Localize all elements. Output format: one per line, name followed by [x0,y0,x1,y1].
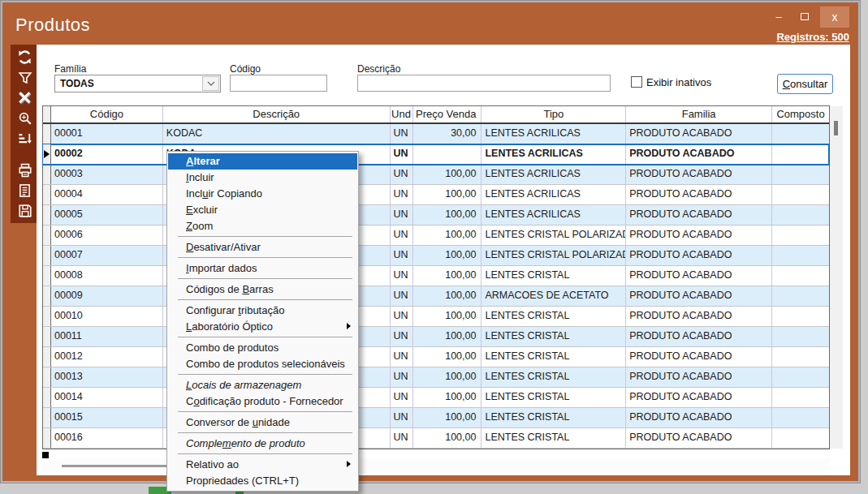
menu-item-desativar-ativar[interactable]: Desativar/Ativar [167,239,358,256]
menu-item-codificacao-fornecedor[interactable]: Codificação produto - Fornecedor [167,393,358,410]
column-header-familia[interactable]: Familia [626,106,772,122]
filter-icon[interactable] [11,67,39,88]
table-row[interactable]: 00008ORMUN100,00LENTES CRISTALPRODUTO AC… [43,266,829,286]
cell-familia[interactable]: PRODUTO ACABADO [626,286,772,306]
cell-familia[interactable]: PRODUTO ACABADO [626,226,772,245]
cell-composto[interactable] [772,205,829,225]
table-row[interactable]: 00010ORMUN100,00LENTES CRISTALPRODUTO AC… [43,307,829,327]
cell-familia[interactable]: PRODUTO ACABADO [626,246,772,265]
row-selector-cell[interactable] [43,428,51,448]
cell-preco[interactable]: 100,00 [413,367,482,387]
cell-composto[interactable] [772,347,829,367]
table-row[interactable]: 00014ORMUN100,00LENTES CRISTALPRODUTO AC… [43,388,829,408]
menu-item-relativo-ao[interactable]: Relativo ao [167,457,358,473]
menu-item-importar-dados[interactable]: Importar dados [167,260,358,277]
row-selector-cell[interactable] [43,205,51,225]
exibir-inativos-checkbox[interactable] [631,76,642,88]
menu-item-conversor-unidade[interactable]: Conversor de unidade [167,415,358,431]
cell-composto[interactable] [772,266,829,286]
horizontal-scrollbar[interactable] [42,458,830,474]
table-row[interactable]: 00001KODACUN30,00LENTES ACRILICASPRODUTO… [43,124,829,144]
familia-dropdown[interactable]: TODAS [54,75,221,92]
cell-composto[interactable] [772,367,829,387]
cell-tipo[interactable]: LENTES CRISTAL POLARIZADAS [482,226,626,245]
menu-item-alterar[interactable]: Alterar [168,153,357,170]
row-selector-cell[interactable] [43,327,51,346]
table-row[interactable]: 00009ORMUN100,00ARMACOES DE ACETATOPRODU… [43,286,829,307]
print-icon[interactable] [11,160,39,180]
cell-preco[interactable]: 100,00 [413,347,482,367]
cell-preco[interactable]: 100,00 [413,246,482,265]
row-selector-cell[interactable] [43,165,51,184]
consultar-button[interactable]: Consultar [777,74,833,94]
cell-familia[interactable]: PRODUTO ACABADO [626,388,772,407]
cell-descricao[interactable]: KODAC [163,124,391,144]
cell-tipo[interactable]: LENTES CRISTAL [482,408,626,427]
table-row[interactable]: 00013ORMUN100,00LENTES CRISTALPRODUTO AC… [43,367,829,388]
menu-item-incluir[interactable]: Incluir [167,170,358,186]
row-selector-cell[interactable] [43,367,51,387]
cell-und[interactable]: UN [391,286,413,306]
cell-und[interactable]: UN [391,266,413,286]
column-header-composto[interactable]: Composto [772,106,829,122]
cell-composto[interactable] [772,327,829,346]
cell-familia[interactable]: PRODUTO ACABADO [626,428,772,448]
cell-codigo[interactable]: 00013 [51,367,163,387]
registros-count-link[interactable]: Registros: 500 [776,31,849,43]
table-row[interactable]: 00012ORMUN100,00LENTES CRISTALPRODUTO AC… [43,347,829,367]
cell-tipo[interactable]: LENTES ACRILICAS [482,165,626,184]
refresh-icon[interactable] [11,47,39,67]
cell-und[interactable]: UN [391,307,413,326]
cell-preco[interactable]: 100,00 [413,388,482,407]
menu-item-combo-de-produtos[interactable]: Combo de produtos [167,340,358,356]
codigo-input[interactable] [230,75,327,92]
cell-codigo[interactable]: 00004 [51,185,163,204]
zoom-icon[interactable] [11,108,39,128]
cell-und[interactable]: UN [391,408,413,427]
cell-tipo[interactable]: LENTES ACRILICAS [482,205,626,225]
cell-und[interactable]: UN [391,124,413,144]
cell-familia[interactable]: PRODUTO ACABADO [626,266,772,286]
cell-und[interactable]: UN [391,428,413,448]
cell-preco[interactable]: 100,00 [413,327,482,346]
row-selector-cell[interactable] [43,226,51,245]
sort-icon[interactable] [11,128,39,148]
cell-familia[interactable]: PRODUTO ACABADO [626,124,772,144]
menu-item-configurar-tributacao[interactable]: Configurar tributação [167,303,358,319]
cell-codigo[interactable]: 00016 [51,428,163,448]
table-row[interactable]: 00015ORMUN100,00LENTES CRISTALPRODUTO AC… [43,408,829,428]
table-row[interactable]: 00005KODAUN100,00LENTES ACRILICASPRODUTO… [43,205,829,226]
close-button[interactable]: x [820,6,849,28]
cell-familia[interactable]: PRODUTO ACABADO [626,144,772,164]
report-icon[interactable] [11,180,39,200]
chevron-down-icon[interactable] [202,76,219,91]
cell-und[interactable]: UN [391,347,413,367]
cell-tipo[interactable]: LENTES CRISTAL [482,388,626,407]
cell-tipo[interactable]: LENTES CRISTAL [482,347,626,367]
cell-composto[interactable] [772,408,829,427]
row-selector-cell[interactable] [43,144,51,164]
menu-item-incluir-copiando[interactable]: Incluir Copiando [167,186,358,202]
cell-composto[interactable] [772,226,829,245]
vertical-scrollbar[interactable] [830,106,843,449]
row-selector-cell[interactable] [43,408,51,427]
cell-composto[interactable] [772,246,829,265]
cell-composto[interactable] [772,307,829,326]
cell-codigo[interactable]: 00007 [51,246,163,265]
menu-item-combo-selecionaveis[interactable]: Combo de produtos selecionáveis [167,356,358,372]
cell-codigo[interactable]: 00014 [51,388,163,407]
cell-composto[interactable] [772,286,829,306]
row-selector-cell[interactable] [43,185,51,204]
row-selector-cell[interactable] [43,347,51,367]
cell-familia[interactable]: PRODUTO ACABADO [626,307,772,326]
cell-und[interactable]: UN [391,246,413,265]
column-header-und[interactable]: Und [391,106,413,122]
cell-und[interactable]: UN [391,367,413,387]
cell-familia[interactable]: PRODUTO ACABADO [626,185,772,204]
cell-composto[interactable] [772,144,829,164]
row-selector-cell[interactable] [43,388,51,407]
clear-filter-icon[interactable] [11,88,39,108]
cell-tipo[interactable]: LENTES CRISTAL [482,266,626,286]
cell-preco[interactable]: 100,00 [413,286,482,306]
cell-tipo[interactable]: LENTES ACRILICAS [482,124,626,144]
